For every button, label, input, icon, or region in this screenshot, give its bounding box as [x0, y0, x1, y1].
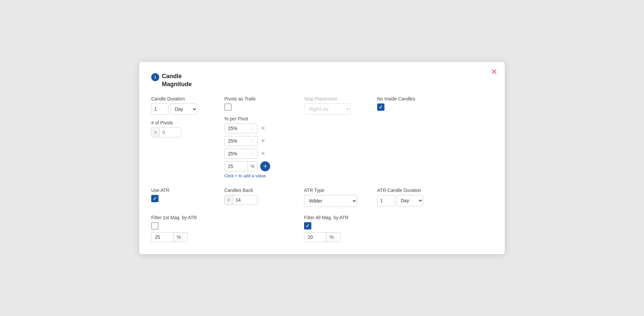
- no-inside-candles-checkbox[interactable]: [377, 103, 384, 111]
- atr-type-select[interactable]: Wilder Simple Exponential: [304, 195, 357, 207]
- close-button[interactable]: ✕: [491, 68, 497, 76]
- candles-back-hash: #: [225, 195, 233, 205]
- dialog-title: Candle Magnitude: [162, 73, 192, 88]
- pivot-input-box-2: 25%: [224, 136, 258, 146]
- pivot-row-3: 25% ✕: [224, 149, 297, 159]
- add-pivot-button[interactable]: +: [260, 161, 270, 171]
- filter-all-mag-section: Filter All Mag. by ATR %: [304, 215, 464, 242]
- pivot-value-3: 25%: [225, 149, 252, 158]
- num-pivots-input[interactable]: [160, 128, 177, 137]
- pivot-row-1: 25% ✕: [224, 123, 297, 133]
- pivots-trails-section: Pivots as Trails % per Pivot 25% ✕ 25%: [224, 96, 304, 178]
- filter-1st-mag-checkbox[interactable]: [151, 222, 159, 230]
- pivot-value-1: 25%: [225, 124, 252, 133]
- title-area: i Candle Magnitude: [151, 73, 493, 88]
- filter-1st-percent-row: %: [151, 232, 188, 242]
- atr-type-section: ATR Type Wilder Simple Exponential: [304, 188, 377, 207]
- candle-duration-row: Day Week Month Hour Minute: [151, 103, 218, 115]
- candle-duration-label: Candle Duration: [151, 96, 218, 101]
- new-pivot-input[interactable]: [225, 162, 248, 171]
- pivot-remove-3[interactable]: ✕: [260, 150, 267, 157]
- atr-type-label: ATR Type: [304, 188, 371, 193]
- top-grid: Candle Duration Day Week Month Hour Minu…: [151, 96, 493, 178]
- pivots-trails-label: Pivots as Trails: [224, 96, 297, 101]
- pivot-input-box-1: 25%: [224, 123, 258, 133]
- pivot-input-box-3: 25%: [224, 149, 258, 159]
- atr-candle-duration-row: Day Week Month Hour Minute: [377, 195, 457, 206]
- pivot-remove-1[interactable]: ✕: [260, 124, 267, 132]
- filter-all-mag-label: Filter All Mag. by ATR: [304, 215, 457, 220]
- no-inside-candles-section: No Inside Candles: [377, 96, 464, 178]
- filter-1st-pct-symbol: %: [173, 233, 184, 242]
- filter-1st-percent-input[interactable]: [152, 233, 173, 242]
- candles-back-label: Candles Back: [224, 188, 297, 193]
- add-pivot-hint: Click + to add a value.: [224, 173, 297, 178]
- pct-per-pivot-section: % per Pivot 25% ✕ 25% ✕: [224, 116, 297, 178]
- stop-placement-section: Stop Placement High/Low Close: [304, 96, 377, 178]
- info-icon: i: [151, 73, 159, 81]
- no-inside-candles-label: No Inside Candles: [377, 96, 457, 101]
- stop-placement-label: Stop Placement: [304, 96, 371, 101]
- filter-all-mag-checkbox[interactable]: [304, 222, 311, 230]
- atr-candle-duration-input[interactable]: [377, 195, 394, 206]
- use-atr-checkbox[interactable]: [151, 195, 159, 202]
- use-atr-label: Use ATR: [151, 188, 218, 193]
- pivot-value-2: 25%: [225, 136, 252, 146]
- num-pivots-section: # of Pivots #: [151, 120, 218, 137]
- candles-back-input[interactable]: [233, 195, 250, 205]
- bottom-section: Use ATR Candles Back # ATR Type Wilder S…: [151, 188, 493, 242]
- candles-back-row: #: [224, 195, 258, 205]
- candle-duration-section: Candle Duration Day Week Month Hour Minu…: [151, 96, 224, 178]
- candles-back-section: Candles Back #: [224, 188, 304, 207]
- pct-per-pivot-label: % per Pivot: [224, 116, 297, 121]
- atr-candle-duration-select[interactable]: Day Week Month Hour Minute: [396, 195, 423, 206]
- main-dialog: ✕ i Candle Magnitude Candle Duration Day…: [139, 62, 505, 254]
- stop-placement-select[interactable]: High/Low Close: [304, 103, 351, 115]
- filter-1st-mag-section: Filter 1st Mag. by ATR %: [151, 215, 224, 242]
- filter-all-percent-row: %: [304, 232, 341, 242]
- pivots-trails-checkbox[interactable]: [224, 103, 232, 111]
- add-pivot-row: % +: [224, 161, 297, 171]
- pivot-separator-3: [252, 152, 257, 156]
- candle-duration-select[interactable]: Day Week Month Hour Minute: [170, 103, 197, 115]
- pct-symbol: %: [248, 162, 257, 171]
- atr-candle-duration-section: ATR Candle Duration Day Week Month Hour …: [377, 188, 464, 207]
- filter-1st-mag-label: Filter 1st Mag. by ATR: [151, 215, 218, 220]
- pivot-row-2: 25% ✕: [224, 136, 297, 146]
- candle-duration-input[interactable]: [151, 103, 168, 115]
- filter-all-percent-input[interactable]: [304, 233, 326, 242]
- pivot-remove-2[interactable]: ✕: [260, 137, 267, 145]
- hash-prefix: #: [152, 128, 160, 137]
- add-input-box: %: [224, 161, 258, 171]
- num-pivots-label: # of Pivots: [151, 120, 218, 125]
- pivot-separator-2: [252, 139, 257, 143]
- pivot-separator-1: [252, 126, 257, 130]
- num-pivots-input-row: #: [151, 127, 181, 137]
- filter-all-pct-symbol: %: [326, 233, 337, 242]
- use-atr-section: Use ATR: [151, 188, 224, 207]
- atr-candle-duration-label: ATR Candle Duration: [377, 188, 457, 193]
